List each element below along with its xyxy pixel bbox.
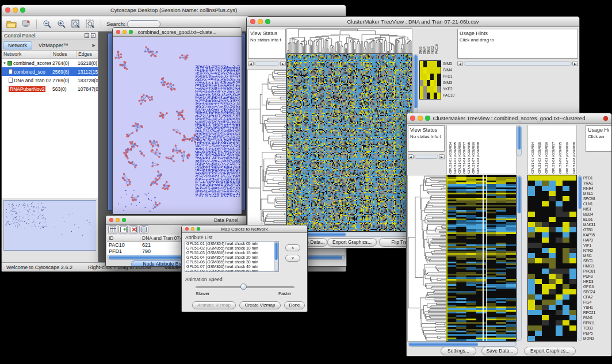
minimize-icon[interactable] [13,7,18,13]
treeview-combined-titlebar[interactable]: ClusterMaker TreeView : combined_scores_… [407,113,611,124]
minimize-icon[interactable] [191,227,194,231]
zoom-heatmap[interactable] [528,175,576,341]
scroll-left-icon[interactable]: ◀ [408,154,414,159]
row-dendrogram[interactable] [408,175,446,341]
tab-vizmapper[interactable]: VizMapper™ [33,41,74,49]
scroll-right-icon[interactable]: ▶ [280,61,286,66]
maximize-icon[interactable] [20,7,25,13]
close-icon[interactable] [116,30,120,34]
tab-overflow-icon[interactable]: ▶ [93,43,97,48]
move-up-button[interactable]: ∧ [285,244,300,251]
expand-icon[interactable]: ▼ [3,62,6,65]
maximize-icon[interactable] [129,30,133,34]
treeview-dna-titlebar[interactable]: ClusterMaker TreeView : DNA and Tran 07-… [247,17,579,27]
done-button[interactable]: Done [284,301,305,309]
column-header-nodes[interactable]: Nodes [51,51,76,59]
row-dendrogram[interactable] [248,70,286,231]
column-dendrogram[interactable] [287,29,412,53]
column-header-edges[interactable]: Edges [76,51,98,59]
import-matrix-button[interactable] [139,225,148,233]
network-list-item[interactable]: DNA and Tran 07 7769(0) 183728(0) [2,76,98,85]
attribute-list-item[interactable]: GPL51-06 (GSM865) heat shock 30 min [185,260,278,265]
import-button[interactable] [20,18,32,30]
close-icon[interactable] [109,218,113,222]
network-canvas[interactable] [113,37,242,214]
scroll-track[interactable] [254,62,280,66]
map-dialog-titlebar[interactable]: Map Colors to Network [182,225,307,233]
attribute-list-item[interactable]: GPL51-04 (GSM857) heat shock 20 min [185,255,278,260]
float-panel-icon[interactable]: ❏ [85,33,89,38]
minimize-icon[interactable] [123,30,127,34]
minimize-icon[interactable] [418,116,423,121]
gene-label: NIS1 [583,206,611,212]
settings-button[interactable]: Settings... [441,347,476,355]
minimize-icon[interactable] [258,19,263,24]
maximize-icon[interactable] [122,218,126,222]
gene-label: RPN11 [583,320,611,325]
save-data-button[interactable]: Save Data... [481,347,518,355]
maximize-icon[interactable] [425,116,430,121]
attribute-list-item[interactable]: GPL51-08 (GSM868) heat shock 60 min [185,269,278,272]
search-label: Search: [106,21,125,27]
scroll-track[interactable] [464,62,572,66]
column-label-scrollbar[interactable] [517,125,522,156]
export-graphics-button[interactable]: Export Graphics... [327,238,377,247]
zoom-vertical-scrollbar[interactable] [577,175,582,341]
maximize-icon[interactable] [197,227,200,231]
select-attributes-button[interactable] [108,225,117,233]
zoom-out-button[interactable] [41,18,53,30]
move-down-button[interactable]: ∨ [285,255,300,262]
maximize-icon[interactable] [265,19,270,24]
minimize-icon[interactable] [116,218,120,222]
column-header-id[interactable]: ID [107,235,140,242]
close-icon[interactable] [5,7,10,13]
zoom-in-button[interactable] [55,18,68,30]
create-vizmap-button[interactable]: Create Vizmap [239,301,281,309]
zoom-fit-button[interactable] [70,18,82,30]
attribute-list-scrollbar[interactable] [274,242,278,271]
scroll-left-icon[interactable]: ◀ [248,61,254,66]
scroll-track[interactable] [414,155,438,159]
heatmap[interactable] [446,175,516,341]
column-label: GPL51-04 (GSM857 [462,142,466,174]
heatmap[interactable] [287,54,412,231]
scroll-right-icon[interactable]: ▶ [572,61,578,66]
network-tree-table: Network Nodes Edges ▼combined_scores 276… [2,51,98,198]
network-list-item[interactable]: ▼combined_scores 2764(0) 16218(0) [2,59,98,67]
network-list-item[interactable]: RNAPuberNov2 563(0) 107847(0) [2,85,98,93]
open-file-button[interactable] [5,18,18,30]
attribute-list-item[interactable]: GPL51-03 (GSM856) heat shock 15 min [185,251,278,255]
main-titlebar[interactable]: Cytoscape Desktop (Session Name: collins… [2,5,346,16]
window-controls [116,30,133,34]
close-icon[interactable] [250,19,255,24]
column-label: GIM5 [419,47,423,54]
network-overview-canvas[interactable] [4,201,96,250]
attribute-list-item[interactable]: GPL51-07 (GSM866) heat shock 40 min [185,265,278,269]
close-panel-icon[interactable]: × [91,33,95,38]
row-id: PFD1 [107,248,140,255]
close-icon[interactable] [185,227,189,231]
heatmap-horizontal-scrollbar[interactable] [408,342,517,347]
network-list-item-selected[interactable]: combined_sco 2569(8) 13112(15) [2,67,98,76]
row-id: PAC10 [107,242,140,248]
close-icon[interactable] [410,116,415,121]
column-header-network[interactable]: Network [2,51,51,59]
attribute-list-item[interactable]: GPL51-01 (GSM854) heat shock 05 min [185,242,278,246]
scroll-right-icon[interactable]: ▶ [439,154,445,159]
edge-count: 107847(0) [76,86,98,92]
gene-label: PUF3 [583,274,611,279]
attribute-list-item[interactable]: GPL51-02 (GSM855) heat shock 10 min [185,246,278,251]
create-attribute-button[interactable] [118,225,128,233]
view-status-title: View Status [410,127,442,133]
animate-vizmap-button: Animate Vizmap [192,301,236,309]
network-overview-pane[interactable] [3,200,96,251]
edge-count: 13112(15) [76,69,98,75]
zoom-heatmap[interactable] [420,61,441,99]
heatmap-vertical-scrollbar[interactable] [517,175,522,341]
network-view-titlebar[interactable]: combined_scores_good.txt--cluste... [113,28,242,37]
tab-network[interactable]: Network [3,41,32,49]
delete-attribute-button[interactable] [129,225,138,233]
speed-slider-thumb[interactable] [240,283,247,290]
export-graphics-button[interactable]: Export Graphics... [524,347,576,355]
zoom-selected-button[interactable] [84,18,97,30]
